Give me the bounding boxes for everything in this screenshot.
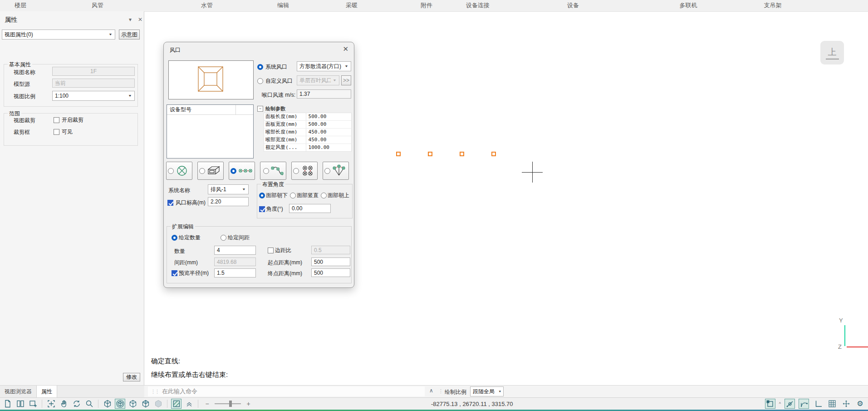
custom-vent-radio[interactable] xyxy=(257,78,263,84)
given-quantity-radio[interactable] xyxy=(172,235,177,241)
param-value[interactable]: 450.00 xyxy=(306,136,351,144)
layout-mode-path-array-radio[interactable] xyxy=(263,168,269,174)
zoom-slider[interactable] xyxy=(215,403,241,404)
face-up-radio[interactable] xyxy=(321,193,327,198)
zoom-slider-handle[interactable] xyxy=(229,401,232,407)
menu-tab-floor[interactable]: 楼层 xyxy=(11,0,30,11)
layout-mode-path-array-button[interactable] xyxy=(260,162,286,180)
view-wireframe-icon[interactable] xyxy=(102,399,113,409)
layout-mode-duct-button[interactable] xyxy=(197,162,224,180)
vent-marker[interactable] xyxy=(428,152,432,156)
graphics-style-icon[interactable] xyxy=(171,399,181,409)
ortho-mode-icon[interactable] xyxy=(813,399,823,409)
collapse-minus-icon[interactable]: − xyxy=(257,106,263,112)
given-spacing-radio[interactable] xyxy=(221,235,226,241)
param-value[interactable]: 500.00 xyxy=(306,121,351,128)
grid-display-icon[interactable] xyxy=(827,399,837,409)
elevation-field[interactable]: 2.20 xyxy=(208,197,249,206)
preview-radius-checkbox[interactable] xyxy=(172,270,177,276)
schematic-button[interactable]: 示意图 xyxy=(119,30,140,40)
view-crop-checkbox[interactable] xyxy=(54,117,59,123)
object-snap-caret-icon[interactable]: ^ xyxy=(779,401,781,406)
zoom-icon[interactable] xyxy=(84,399,94,409)
panel-close-icon[interactable]: ✕ xyxy=(138,17,142,22)
view-shaded-icon[interactable] xyxy=(140,399,151,409)
polar-tracking-icon[interactable] xyxy=(785,399,795,409)
curve-snap-icon[interactable] xyxy=(799,399,809,409)
param-row[interactable]: 喉部长度(mm) 450.00 xyxy=(264,129,351,136)
more-vent-types-button[interactable]: >> xyxy=(341,75,351,85)
menu-tab-equipment-connect[interactable]: 设备连接 xyxy=(462,0,493,11)
view-conceptual-icon[interactable] xyxy=(115,399,125,409)
command-collapse-icon[interactable]: ∧ xyxy=(429,387,433,394)
menu-tab-heating[interactable]: 采暖 xyxy=(342,0,361,11)
layout-mode-duct-radio[interactable] xyxy=(199,168,205,174)
layout-mode-fan-array-radio[interactable] xyxy=(324,168,330,174)
param-value[interactable]: 500.00 xyxy=(306,113,351,120)
view-hidden-icon[interactable] xyxy=(128,399,138,409)
dynamic-input-icon[interactable] xyxy=(841,399,851,409)
quantity-field[interactable]: 4 xyxy=(214,246,256,255)
new-file-icon[interactable] xyxy=(2,399,13,409)
layout-mode-linear-array-button[interactable] xyxy=(229,162,255,180)
menu-tab-equipment[interactable]: 设备 xyxy=(564,0,583,11)
collapse-toolbar-icon[interactable] xyxy=(184,399,194,409)
tab-view-browser[interactable]: 视图浏览器 xyxy=(0,386,36,397)
draw-scale-dropdown[interactable]: 跟随全局 ▾ xyxy=(470,386,504,396)
param-value[interactable]: 1000.00 xyxy=(306,144,351,151)
settings-gear-icon[interactable]: ⚙ xyxy=(855,399,865,409)
command-input[interactable]: ⋮⋮ 在此输入命令 xyxy=(148,386,425,396)
end-distance-field[interactable]: 500 xyxy=(311,268,350,277)
param-row[interactable]: 额定风量(... 1000.00 xyxy=(264,144,351,151)
orbit-icon[interactable] xyxy=(71,399,82,409)
pan-icon[interactable] xyxy=(59,399,69,409)
layout-mode-grid-array-button[interactable] xyxy=(291,162,318,180)
layout-mode-linear-array-radio[interactable] xyxy=(230,168,236,174)
edge-ratio-checkbox[interactable] xyxy=(268,248,274,253)
menu-tab-edit[interactable]: 编辑 xyxy=(274,0,293,11)
system-vent-type-dropdown[interactable]: 方形散流器(方口) ▼ xyxy=(297,61,351,71)
system-name-dropdown[interactable]: 排风-1 ▼ xyxy=(208,184,249,194)
view-compass[interactable]: 上 xyxy=(820,41,844,64)
start-distance-field[interactable]: 500 xyxy=(311,257,350,266)
preview-radius-field[interactable]: 1.5 xyxy=(214,268,256,277)
panel-dock-arrow-icon[interactable]: ▾ xyxy=(129,17,132,22)
crop-box-checkbox[interactable] xyxy=(54,129,59,135)
menu-tab-pipe[interactable]: 水管 xyxy=(197,0,216,11)
menu-tab-vrf[interactable]: 多联机 xyxy=(676,0,701,11)
system-vent-radio[interactable] xyxy=(257,64,263,70)
menu-tab-fittings[interactable]: 附件 xyxy=(417,0,436,11)
view-scale-dropdown[interactable]: 1:100 ▼ xyxy=(52,91,135,101)
param-row[interactable]: 面板长度(mm) 500.00 xyxy=(264,113,351,121)
face-down-radio[interactable] xyxy=(259,193,265,198)
layout-mode-fan-array-button[interactable] xyxy=(323,162,349,180)
drag-grip-icon[interactable]: ⋮⋮ xyxy=(151,389,159,395)
layout-mode-single-button[interactable] xyxy=(166,162,192,180)
layout-mode-grid-array-radio[interactable] xyxy=(293,168,299,174)
angle-checkbox[interactable] xyxy=(259,206,265,212)
dialog-close-icon[interactable]: ✕ xyxy=(343,45,348,53)
vent-marker[interactable] xyxy=(396,152,401,156)
layout-mode-single-radio[interactable] xyxy=(168,168,174,174)
new-view-icon[interactable] xyxy=(28,399,38,409)
vent-marker[interactable] xyxy=(460,152,464,156)
param-value[interactable]: 450.00 xyxy=(306,129,351,136)
menu-tab-duct[interactable]: 风管 xyxy=(88,0,107,11)
zoom-in-icon[interactable]: + xyxy=(243,399,254,409)
param-row[interactable]: 喉部宽度(mm) 450.00 xyxy=(264,136,351,144)
zoom-extents-icon[interactable] xyxy=(46,399,56,409)
param-row[interactable]: 面板宽度(mm) 500.00 xyxy=(264,121,351,129)
view-realistic-icon[interactable] xyxy=(153,399,163,409)
object-snap-icon[interactable] xyxy=(765,399,775,409)
vent-marker[interactable] xyxy=(491,152,496,156)
device-model-list[interactable]: 设备型号 xyxy=(167,104,254,158)
zoom-out-icon[interactable]: − xyxy=(202,399,212,409)
view-properties-dropdown[interactable]: 视图属性(0) ▼ xyxy=(2,30,115,40)
modify-button[interactable]: 修改 xyxy=(123,373,140,381)
angle-field[interactable]: 0.00 xyxy=(289,204,331,213)
tab-properties[interactable]: 属性 xyxy=(36,386,57,397)
drag-grip-icon[interactable]: ⋮ xyxy=(438,388,442,394)
window-cascade-icon[interactable] xyxy=(15,399,25,409)
face-vertical-radio[interactable] xyxy=(290,193,296,198)
elevation-checkbox[interactable] xyxy=(167,200,173,206)
